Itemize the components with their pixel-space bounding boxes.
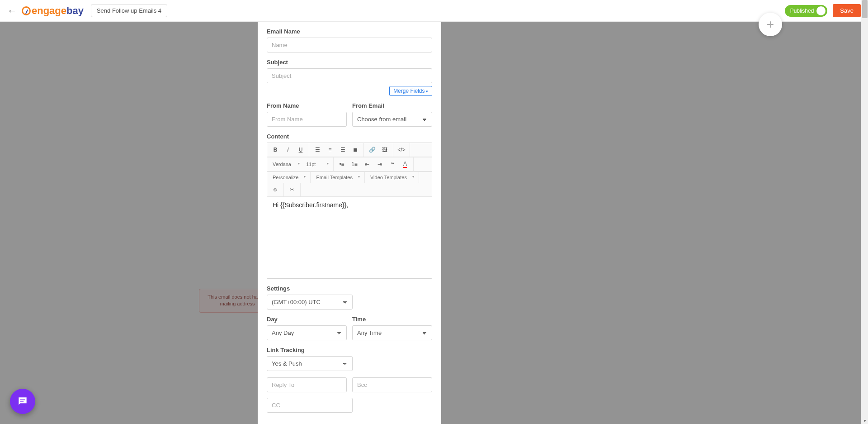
toggle-knob [816,6,826,15]
logo-mark-icon [22,6,31,15]
published-label: Published [790,8,814,14]
brand-logo[interactable]: engagebay [22,5,84,17]
scroll-thumb[interactable] [862,0,868,18]
workflow-title-pill[interactable]: Send Follow up Emails 4 [91,4,167,17]
published-toggle[interactable]: Published [785,5,828,17]
logo-text-a: engage [32,5,66,16]
save-button[interactable]: Save [833,4,861,17]
back-button[interactable]: ← [7,5,17,17]
logo-text-b: bay [66,5,84,16]
top-bar: ← engagebay Send Follow up Emails 4 Publ… [0,0,868,22]
page-scrollbar[interactable]: ▲ ▼ [861,0,868,22]
